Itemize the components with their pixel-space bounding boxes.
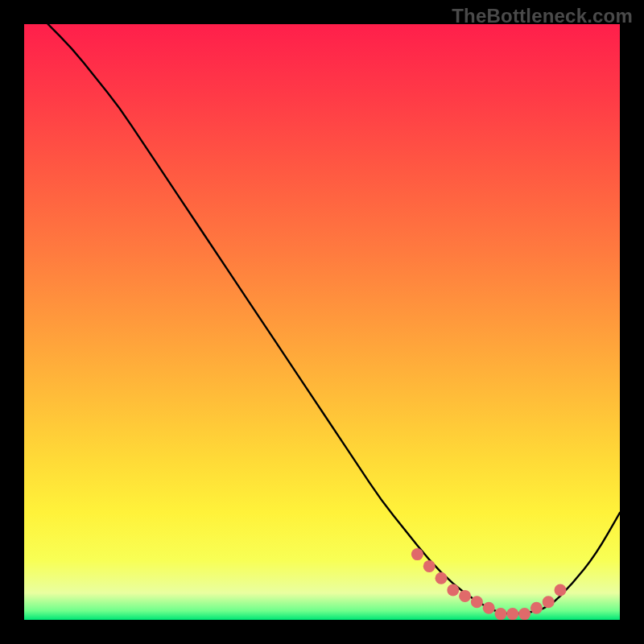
- chart-container: TheBottleneck.com: [0, 0, 644, 644]
- marker-point: [436, 572, 448, 584]
- marker-point: [459, 590, 471, 602]
- marker-point: [447, 584, 459, 597]
- marker-point: [506, 608, 518, 620]
- marker-point: [543, 596, 555, 608]
- marker-point: [518, 608, 530, 620]
- marker-point: [530, 602, 543, 614]
- marker-point: [471, 596, 483, 608]
- marker-point: [423, 560, 436, 572]
- marker-point: [555, 584, 567, 597]
- bottleneck-chart: [24, 24, 620, 620]
- marker-point: [495, 608, 507, 620]
- gradient-background: [24, 24, 620, 620]
- marker-point: [483, 602, 495, 614]
- marker-point: [411, 548, 423, 560]
- plot-area: [24, 24, 620, 620]
